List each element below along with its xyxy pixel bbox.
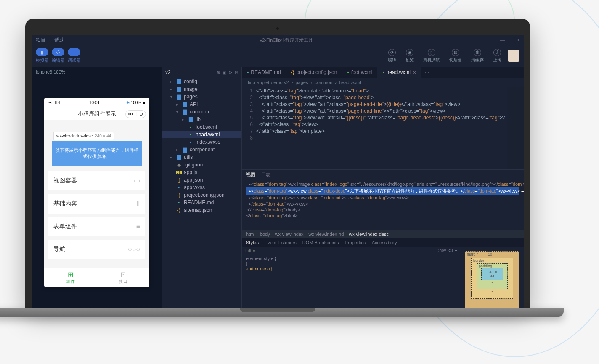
grid-icon: ⊞ [47, 271, 94, 279]
tree-root[interactable]: v2 [165, 69, 171, 75]
breadcrumb-item[interactable]: fino-applet-demo-v2 [248, 80, 289, 85]
remote-icon: ▯ [428, 49, 435, 56]
api-icon: ⊡ [99, 271, 147, 279]
highlighted-element: 以下将展示小程序官方组件能力，组件样式仅供参考。 [52, 141, 142, 166]
styles-tab[interactable]: Properties [345, 240, 366, 245]
styles-filter-input[interactable] [245, 248, 438, 253]
breadcrumb-item[interactable]: head.wxml [339, 80, 361, 85]
editor-tab[interactable]: ▪foot.wxml [342, 67, 377, 78]
menu-help[interactable]: 帮助 [54, 37, 64, 44]
tree-item[interactable]: {}project.config.json [162, 191, 241, 199]
collapse-icon[interactable]: ⊟ [235, 70, 238, 75]
dom-crumb[interactable]: body [260, 232, 270, 237]
trash-icon: 🗑 [474, 49, 481, 56]
laptop-mockup: 项目 帮助 v2-FinClip小程序开发工具 — ▢ ✕ ▯ 模拟器 ‹/› [25, 19, 530, 317]
devtools-tab-log[interactable]: 日志 [261, 171, 270, 178]
new-file-icon[interactable]: ⊕ [217, 70, 220, 75]
styles-tab[interactable]: DOM Breakpoints [302, 240, 339, 245]
tab-component[interactable]: ⊞组件 [44, 268, 97, 287]
editor-panel: ▪README.md{}project.config.json▪foot.wxm… [242, 67, 524, 308]
editor-tabs: ▪README.md{}project.config.json▪foot.wxm… [242, 67, 524, 78]
code-icon: ‹/› [52, 48, 64, 56]
box-model: margin 10 border - padding - [461, 247, 524, 308]
tree-item[interactable]: ▾▇pages [162, 93, 241, 100]
close-circle-icon: ⊙ [139, 111, 143, 117]
dom-crumb[interactable]: html [246, 232, 255, 237]
menu-project[interactable]: 项目 [36, 37, 46, 44]
list-item[interactable]: 导航○○○ [48, 240, 145, 259]
styles-tab[interactable]: Styles [246, 240, 259, 245]
tree-item[interactable]: ▪index.wxss [162, 138, 241, 146]
remote-debug-button[interactable]: ▯真机调试 [423, 49, 440, 63]
dom-breadcrumb: htmlbodywx-view.indexwx-view.index-hdwx-… [242, 230, 524, 238]
device-status: iphone6 100% [32, 67, 162, 77]
devtools-panel: 视图 日志 ▸<class="dom-tag">wx-image class="… [242, 169, 524, 308]
dom-view[interactable]: ▸<class="dom-tag">wx-image class="index-… [242, 179, 524, 230]
simulator-button[interactable]: ▯ 模拟器 [36, 48, 48, 63]
list-item[interactable]: 表单组件≡ [48, 217, 145, 236]
signal-label: ••ıl IDE ⁠ [48, 100, 63, 105]
hov-cls-toggle[interactable]: :hov .cls + [438, 248, 457, 253]
dom-crumb[interactable]: wx-view.index-desc [349, 232, 389, 237]
clear-cache-button[interactable]: 🗑清缓存 [471, 49, 484, 63]
ide-window: 项目 帮助 v2-FinClip小程序开发工具 — ▢ ✕ ▯ 模拟器 ‹/› [32, 35, 524, 308]
styles-tab[interactable]: Event Listeners [265, 240, 297, 245]
file-tree-panel: v2 ⊕ ▣ ⟳ ⊟ ▸▇config▸▇image▾▇pages▸▇API▾▇… [162, 67, 242, 308]
minimap[interactable] [507, 87, 524, 169]
tab-api[interactable]: ⊡接口 [97, 268, 149, 287]
tree-item[interactable]: {}sitemap.json [162, 206, 241, 214]
tree-item[interactable]: {}app.json [162, 176, 241, 184]
breadcrumb-item[interactable]: common [315, 80, 332, 85]
capsule-menu[interactable]: •••|⊙ [125, 110, 146, 118]
editor-tab[interactable]: {}project.config.json [286, 67, 342, 78]
tree-item[interactable]: ◆.gitignore [162, 161, 241, 169]
tree-item[interactable]: ▸▇component [162, 146, 241, 153]
tree-item[interactable]: ▾▇common [162, 108, 241, 116]
close-icon[interactable]: ✕ [516, 37, 519, 43]
new-folder-icon[interactable]: ▣ [223, 70, 226, 75]
code-editor[interactable]: 12345678 <"attr">class="tag">template "a… [242, 87, 524, 169]
maximize-icon[interactable]: ▢ [508, 37, 512, 43]
breadcrumb: fino-applet-demo-v2›pages›common›head.wx… [242, 78, 524, 87]
refresh-icon[interactable]: ⟳ [229, 70, 232, 75]
tree-item[interactable]: ▸▇lib [162, 116, 241, 123]
tree-item[interactable]: ▪app.wxss [162, 184, 241, 191]
debugger-button[interactable]: ⫶ 调试器 [68, 48, 80, 63]
tree-item[interactable]: ▸▇utils [162, 153, 241, 161]
tree-item[interactable]: ▪foot.wxml [162, 123, 241, 131]
background-icon: ⊡ [452, 49, 459, 56]
editor-button[interactable]: ‹/› 编辑器 [52, 48, 64, 63]
inspect-tooltip: wx-view.index-desc240 × 44 [53, 132, 114, 140]
battery-label: ✱ 100% ■ [126, 100, 145, 105]
phone-tabbar: ⊞组件 ⊡接口 [44, 268, 149, 287]
dom-crumb[interactable]: wx-view.index [275, 232, 304, 237]
compile-button[interactable]: ⟳编译 [388, 49, 396, 63]
close-icon[interactable]: ✕ [413, 70, 416, 75]
minimize-icon[interactable]: — [500, 37, 505, 43]
tree-item[interactable]: ▸▇API [162, 100, 241, 108]
tree-item[interactable]: ▸▇config [162, 78, 241, 85]
user-avatar[interactable] [508, 50, 519, 62]
background-button[interactable]: ⊡切后台 [449, 49, 462, 63]
simulator-panel: iphone6 100% ••ıl IDE ⁠ 10:01 ✱ 100% ■ 小… [32, 67, 162, 308]
preview-button[interactable]: ◉预览 [406, 49, 414, 63]
list-item[interactable]: 视图容器▭ [48, 171, 145, 190]
breadcrumb-item[interactable]: pages [296, 80, 308, 85]
toolbar: ▯ 模拟器 ‹/› 编辑器 ⫶ 调试器 ⟳编译 ◉预览 ▯真机调试 [32, 45, 524, 67]
list-item[interactable]: 基础内容𝕋 [48, 194, 145, 214]
tree-item[interactable]: ▸▇image [162, 85, 241, 93]
editor-tab[interactable]: ▪README.md [242, 67, 286, 78]
phone-icon: ▯ [36, 48, 48, 56]
tree-item[interactable]: ▪head.wxml [162, 131, 241, 138]
menu-dots-icon: ••• [128, 111, 133, 116]
editor-tab[interactable]: ▪head.wxml✕ [377, 67, 421, 78]
css-rules[interactable]: element.style {}.index-desc {</span></di… [242, 254, 461, 308]
tree-item[interactable]: JSapp.js [162, 169, 241, 176]
tree-item[interactable]: ▪README.md [162, 199, 241, 206]
styles-tab[interactable]: Accessibility [372, 240, 397, 245]
dom-crumb[interactable]: wx-view.index-hd [309, 232, 344, 237]
menubar: 项目 帮助 v2-FinClip小程序开发工具 — ▢ ✕ [32, 35, 524, 45]
tab-more-icon[interactable]: ⋯ [421, 69, 433, 75]
upload-button[interactable]: ⤴上传 [493, 49, 501, 63]
devtools-tab-view[interactable]: 视图 [246, 171, 255, 178]
